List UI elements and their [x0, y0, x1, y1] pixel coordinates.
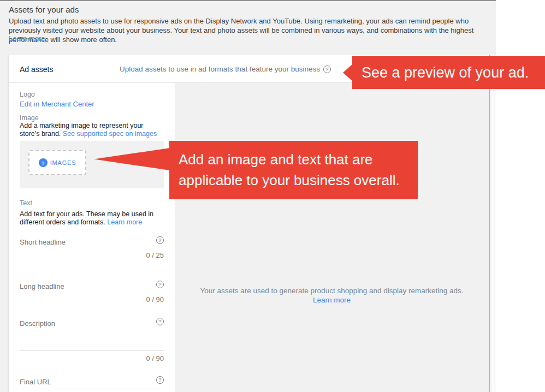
- asset-form: Logo Edit in Merchant Center Image Add a…: [9, 83, 175, 392]
- help-icon[interactable]: ?: [156, 318, 164, 325]
- preview-callout-text: See a preview of your ad.: [362, 64, 529, 81]
- long-headline-label: Long headline: [20, 282, 64, 290]
- description-input[interactable]: [20, 351, 164, 351]
- help-icon[interactable]: ?: [156, 236, 164, 244]
- text-label: Text: [20, 199, 32, 207]
- page-title: Assets for your ads: [9, 5, 79, 14]
- image-callout-line1: Add an image and text that are: [179, 149, 418, 170]
- scrollbar-track[interactable]: [490, 55, 496, 392]
- image-callout: Add an image and text that are applicabl…: [169, 141, 418, 199]
- final-url-label: Final URL: [20, 378, 51, 386]
- image-label: Image: [20, 114, 39, 122]
- text-description: Add text for your ads. These may be used…: [20, 210, 165, 227]
- card-subtitle-text: Upload assets to use in ad formats that …: [120, 65, 320, 73]
- images-button-label: IMAGES: [50, 159, 76, 166]
- help-icon[interactable]: ?: [156, 376, 164, 384]
- final-url-input[interactable]: [20, 389, 164, 389]
- image-description: Add a marketing image to represent your …: [20, 122, 165, 138]
- help-icon[interactable]: ?: [323, 66, 331, 73]
- help-icon[interactable]: ?: [156, 281, 164, 288]
- card-title: Ad assets: [20, 65, 53, 74]
- assets-for-ads-page: Assets for your ads Upload text and phot…: [0, 0, 545, 392]
- preview-panel-message-text: Your assets are used to generate product…: [200, 287, 463, 295]
- add-images-button[interactable]: + IMAGES: [28, 150, 86, 175]
- preview-panel-message: Your assets are used to generate product…: [175, 287, 489, 305]
- edit-in-merchant-center-link[interactable]: Edit in Merchant Center: [20, 100, 94, 108]
- ad-preview-panel: Your assets are used to generate product…: [175, 83, 489, 392]
- logo-label: Logo: [20, 91, 35, 98]
- description-label: Description: [20, 319, 55, 328]
- description-counter: 0 / 90: [146, 354, 164, 363]
- page-description: Upload text and photo assets to use for …: [9, 16, 489, 44]
- image-spec-link[interactable]: See supported spec on images: [63, 130, 157, 138]
- short-headline-label: Short headline: [20, 238, 66, 246]
- short-headline-counter: 0 / 25: [146, 251, 164, 259]
- page-header-band: Assets for your ads Upload text and phot…: [0, 0, 496, 55]
- text-learn-more-link[interactable]: Learn more: [107, 218, 142, 226]
- card-subtitle: Upload assets to use in ad formats that …: [120, 65, 331, 73]
- card-body: Logo Edit in Merchant Center Image Add a…: [9, 83, 489, 392]
- long-headline-counter: 0 / 90: [146, 295, 164, 304]
- plus-icon: +: [39, 158, 48, 167]
- panel-learn-more-link[interactable]: Learn more: [313, 296, 351, 305]
- preview-callout: See a preview of your ad.: [352, 56, 545, 89]
- page-left-margin: [0, 55, 9, 392]
- ad-assets-card: Ad assets Upload assets to use in ad for…: [9, 55, 490, 392]
- image-callout-line2: applicable to your business overall.: [179, 170, 418, 191]
- header-learn-more-link[interactable]: Learn more: [9, 34, 45, 43]
